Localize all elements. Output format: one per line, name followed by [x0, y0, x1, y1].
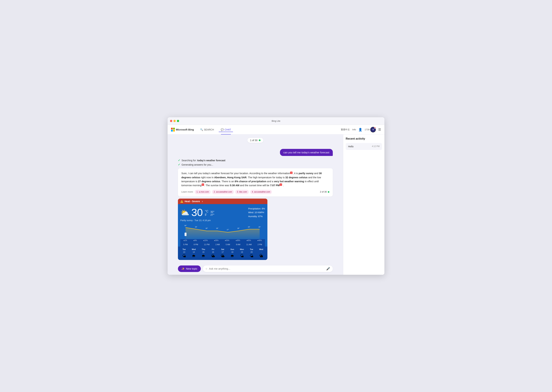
logo[interactable]: Microsoft Bing: [171, 128, 194, 132]
counter-dot-2: [328, 191, 329, 193]
day-forecast-sat17[interactable]: Sat 17 🌥: [218, 248, 228, 258]
avatar[interactable]: ⊕: [370, 127, 376, 132]
turn-counter-2: 2 of 30: [320, 190, 329, 194]
user-bubble: can you tell me today's weather forecast: [280, 149, 333, 156]
reward-count: 1730 ⊕: [365, 127, 376, 132]
weekly-forecast: Tue 13 🌤 Wed 14 🌧 Thu 15 🌧: [178, 246, 267, 260]
precip-8: ●48%: [258, 239, 262, 241]
day-forecast-tue20[interactable]: Tue 20 🌤: [247, 248, 256, 258]
time-5: 5 AM: [226, 244, 230, 245]
learn-more: Learn more: 1. a.msn.com 2. accuweather.…: [181, 190, 272, 194]
wind-label: Wind: 10 KMPH: [248, 211, 265, 214]
chat-nav-button[interactable]: 💬 CHAT: [219, 127, 233, 132]
menu-icon[interactable]: ☰: [378, 128, 381, 132]
chat-active-indicator: [221, 134, 231, 134]
day-forecast-mon19[interactable]: Mon 19 🌤: [237, 248, 247, 258]
weather-precip-info: Precipitation: 8% Wind: 10 KMPH Humidity…: [248, 207, 265, 218]
sidebar-item-hello[interactable]: Hello 4:12 PM: [346, 143, 382, 150]
info-button[interactable]: Info: [352, 128, 356, 131]
person-icon[interactable]: 👤: [358, 128, 362, 132]
day-forecast-fri16[interactable]: Fri 16 🌥: [208, 248, 218, 258]
counter-dot: [259, 140, 260, 141]
ref-1[interactable]: 1: [290, 172, 293, 174]
time-3: 11 PM: [204, 244, 210, 245]
temp-fahrenheit-label: F: [205, 213, 208, 217]
day-forecast-wed21[interactable]: Wed › 🌦: [256, 248, 266, 258]
weather-body: ⛅ 30 °C F 32° 27° Precipitation: [178, 204, 267, 246]
sidebar-title: Recent activity: [346, 137, 382, 140]
chat-area: 1 of 30 can you tell me today's weather …: [168, 134, 343, 275]
day-forecast-thu15[interactable]: Thu 15 🌧: [199, 248, 208, 258]
svg-text:29°: 29°: [258, 226, 261, 228]
day-forecast-wed14[interactable]: Wed 14 🌧: [189, 248, 199, 258]
ref-2[interactable]: 1: [202, 183, 204, 186]
chat-nav-item: 💬 CHAT: [219, 127, 233, 132]
ref-3[interactable]: 1: [280, 183, 282, 186]
day-forecast-sun18[interactable]: Sun 18 🌧: [228, 248, 237, 258]
time-6: 8 AM: [236, 244, 240, 245]
day-forecast-tue13[interactable]: Tue 13 🌤: [179, 248, 189, 258]
status-searching: ✓ Searching for: today's weather forecas…: [178, 159, 333, 162]
learn-more-label: Learn more:: [181, 190, 194, 194]
search-input-wrap: ○ 🎤: [203, 266, 333, 272]
language-selector[interactable]: 繁體中文: [341, 128, 350, 131]
time-8: 2 PM: [258, 244, 262, 245]
learn-more-chip-3[interactable]: 3. bbc.com: [235, 190, 249, 194]
svg-rect-9: [185, 233, 186, 236]
titlebar: Bing Lite: [168, 117, 384, 125]
svg-text:27°: 27°: [227, 229, 229, 230]
precip-4: ●35%: [214, 239, 219, 241]
weather-main-row: ⛅ 30 °C F 32° 27° Precipitation: [180, 207, 265, 218]
weather-icon: ⛅: [180, 208, 189, 217]
chat-scroll[interactable]: 1 of 30 can you tell me today's weather …: [168, 134, 343, 263]
maximize-button[interactable]: [177, 120, 179, 122]
alert-text: Heat - Severe: [185, 200, 200, 203]
chat-icon: 💬: [221, 128, 224, 131]
notification-dot: [374, 127, 376, 129]
ask-input[interactable]: [209, 267, 324, 270]
svg-text:28°: 28°: [237, 227, 239, 229]
learn-more-chip-4[interactable]: 4. accuweather.com: [250, 190, 272, 194]
time-4: 2 AM: [215, 244, 220, 245]
precip-3: ●15%: [203, 239, 208, 241]
minimize-button[interactable]: [173, 120, 176, 122]
ai-response-box: Sure, I can tell you today's weather for…: [178, 168, 333, 196]
chat-input-area: ✨ New topic ○ 🎤: [168, 263, 343, 275]
weather-precip-row: ●1% ●9% ●15% ●35% ●55% ●38% ●65% ●48%: [180, 239, 265, 242]
ai-response-text: Sure, I can tell you today's weather for…: [181, 171, 329, 187]
search-icon: 🔍: [200, 128, 203, 131]
sidebar: Recent activity Hello 4:12 PM: [343, 134, 384, 275]
weather-chart: 30° 29° 28° 28° 27° 28° 29° 29°: [180, 224, 265, 239]
new-topic-button[interactable]: ✨ New topic: [178, 266, 201, 272]
precipitation-label: Precipitation: 8%: [248, 207, 265, 211]
svg-text:28°: 28°: [206, 227, 208, 229]
logo-text: Microsoft Bing: [176, 128, 194, 131]
humidity-label: Humidity: 87%: [248, 215, 265, 218]
check-icon: ✓: [178, 159, 180, 162]
svg-text:28°: 28°: [216, 227, 218, 229]
precip-2: ●9%: [194, 239, 197, 241]
sidebar-item-time: 4:12 PM: [372, 145, 380, 147]
weather-units: °C F: [205, 210, 208, 217]
sidebar-item-label: Hello: [348, 145, 354, 148]
window-title: Bing Lite: [272, 120, 280, 122]
precip-5: ●55%: [225, 239, 229, 241]
svg-text:29°: 29°: [195, 226, 197, 228]
mic-icon[interactable]: 🎤: [326, 267, 330, 271]
time-7: 11 AM: [246, 244, 251, 245]
learn-more-chip-2[interactable]: 2. accuweather.com: [212, 190, 234, 194]
turn-counter: 1 of 30: [247, 138, 264, 143]
navbar: Microsoft Bing 🔍 SEARCH 💬 CHAT 繁體中文 Info…: [168, 125, 384, 134]
weather-alert-header[interactable]: ⚠️ Heat - Severe ›: [178, 199, 267, 204]
status-generating: ✓ Generating answers for you...: [178, 163, 333, 166]
weather-times: 5 PM 8 PM 11 PM 2 AM 5 AM 8 AM 11 AM 2 P…: [180, 242, 265, 246]
close-button[interactable]: [170, 120, 172, 122]
alert-icon: ⚠️: [180, 200, 183, 203]
traffic-lights: [170, 120, 179, 122]
alert-chevron: ›: [202, 200, 203, 203]
sparkle-icon: ✨: [181, 267, 185, 270]
learn-more-chip-1[interactable]: 1. a.msn.com: [195, 190, 211, 194]
precip-7: ●65%: [247, 239, 251, 241]
search-nav-button[interactable]: 🔍 SEARCH: [198, 127, 216, 132]
weather-description: Partly sunny · Tue 13, 4:16 pm: [180, 219, 265, 222]
